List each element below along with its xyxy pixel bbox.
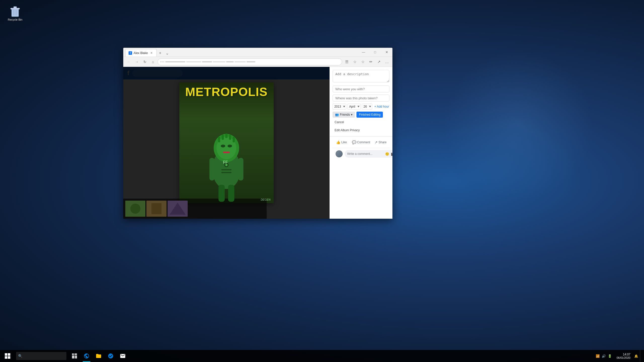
comment-button[interactable]: 💬 Comment bbox=[350, 139, 372, 146]
svg-rect-2 bbox=[14, 7, 17, 8]
file-explorer-icon bbox=[96, 353, 102, 359]
back-button[interactable]: ← bbox=[125, 58, 132, 65]
share-button[interactable]: ↗ Share bbox=[372, 139, 390, 146]
windows-logo-icon bbox=[5, 353, 11, 359]
address-bar[interactable] bbox=[157, 58, 342, 65]
tab-dropdown-button[interactable]: ⌄ bbox=[164, 50, 171, 57]
gif-button[interactable]: 🎬 bbox=[390, 152, 392, 156]
svg-rect-17 bbox=[233, 137, 235, 143]
poster-title-area: METROPOLIS bbox=[185, 86, 267, 97]
maximize-button[interactable]: □ bbox=[369, 48, 381, 57]
svg-point-10 bbox=[221, 145, 225, 147]
overlay-close-button[interactable]: ✕ bbox=[382, 69, 390, 76]
tab-title: Alex Blake bbox=[134, 51, 148, 55]
svg-rect-37 bbox=[72, 353, 74, 355]
comment-icon: 💬 bbox=[352, 140, 356, 144]
taskbar-file-explorer[interactable] bbox=[93, 350, 105, 362]
taskbar-clock[interactable]: 14:07 06/01/2020 bbox=[615, 353, 632, 359]
notes-button[interactable]: ✏ bbox=[367, 58, 374, 65]
svg-rect-25 bbox=[221, 172, 232, 173]
forward-button[interactable]: → bbox=[133, 58, 140, 65]
svg-rect-20 bbox=[219, 185, 225, 202]
reactions-area: 👍 Like 💬 Comment ↗ Share bbox=[330, 137, 392, 162]
user-avatar bbox=[336, 150, 343, 157]
close-button[interactable]: ✕ bbox=[381, 48, 392, 57]
desktop: Recycle Bin f Alex Blake ✕ + ⌄ — bbox=[0, 0, 644, 362]
svg-rect-34 bbox=[8, 353, 10, 356]
month-select[interactable]: April bbox=[347, 104, 361, 110]
svg-rect-21 bbox=[228, 185, 234, 202]
taskbar-mail[interactable] bbox=[117, 350, 129, 362]
svg-rect-19 bbox=[238, 158, 243, 180]
svg-rect-33 bbox=[5, 353, 7, 356]
hub-button[interactable]: ☆ bbox=[359, 58, 366, 65]
address-content bbox=[160, 61, 255, 62]
privacy-friends-button[interactable]: 👥 Friends ▾ bbox=[333, 112, 355, 118]
svg-rect-18 bbox=[210, 158, 215, 180]
edge-browser-icon bbox=[84, 353, 90, 359]
add-hour-link[interactable]: + Add hour bbox=[374, 105, 389, 108]
svg-text:FF: FF bbox=[223, 160, 228, 164]
who-field[interactable] bbox=[333, 85, 389, 93]
taskbar-search[interactable]: 🔍 bbox=[16, 352, 66, 360]
emoji-button[interactable]: 🙂 bbox=[385, 152, 389, 156]
recycle-bin-icon[interactable]: Recycle Bin bbox=[5, 5, 25, 21]
poster-robot-figure: FF bbox=[196, 113, 257, 203]
svg-rect-24 bbox=[221, 169, 232, 170]
thumbnail-2[interactable] bbox=[146, 201, 167, 217]
reading-view-button[interactable]: ☰ bbox=[343, 58, 350, 65]
browser-window: f Alex Blake ✕ + ⌄ — □ ✕ bbox=[123, 48, 392, 219]
svg-rect-1 bbox=[11, 8, 20, 9]
friends-dropdown-arrow: ▾ bbox=[351, 113, 352, 116]
avatar-image bbox=[336, 150, 343, 157]
mail-icon bbox=[120, 353, 126, 359]
title-bar: f Alex Blake ✕ + ⌄ — □ ✕ bbox=[123, 48, 392, 57]
minimize-button[interactable]: — bbox=[358, 48, 369, 57]
like-button[interactable]: 👍 Like bbox=[333, 139, 350, 146]
comment-icons: 🙂 🎬 😄 📎 bbox=[385, 152, 392, 156]
edit-album-privacy-button[interactable]: Edit Album Privacy bbox=[333, 127, 362, 133]
taskbar-task-view[interactable] bbox=[68, 350, 80, 362]
network-icon[interactable]: 📶 bbox=[595, 354, 600, 358]
share-button[interactable]: ↗ bbox=[375, 58, 382, 65]
edit-form: 2013 April 26 + Add hour bbox=[330, 67, 392, 137]
description-field[interactable] bbox=[333, 70, 389, 82]
like-icon: 👍 bbox=[336, 140, 340, 144]
svg-rect-15 bbox=[225, 133, 228, 138]
address-dots bbox=[160, 61, 164, 62]
favorites-button[interactable]: ☆ bbox=[351, 58, 358, 65]
svg-rect-12 bbox=[223, 152, 230, 153]
taskbar-edge[interactable] bbox=[80, 350, 93, 362]
notifications-icon[interactable]: 🔔 bbox=[633, 354, 639, 358]
more-button[interactable]: … bbox=[383, 58, 390, 65]
home-button[interactable]: ⌂ bbox=[149, 58, 156, 65]
taskbar-store[interactable] bbox=[105, 350, 117, 362]
thumbnail-1[interactable] bbox=[125, 201, 145, 217]
taskbar-right: 📶 🔊 🔋 14:07 06/01/2020 🔔 bbox=[594, 350, 644, 362]
task-view-icon bbox=[71, 353, 77, 359]
tab-bar: f Alex Blake ✕ + ⌄ bbox=[125, 48, 358, 57]
start-button[interactable] bbox=[0, 350, 15, 362]
tab-close-button[interactable]: ✕ bbox=[149, 51, 153, 55]
comment-input[interactable] bbox=[347, 152, 385, 156]
svg-rect-13 bbox=[218, 137, 220, 143]
show-desktop-button[interactable] bbox=[640, 350, 642, 362]
url-obscured bbox=[165, 61, 255, 62]
refresh-button[interactable]: ↻ bbox=[141, 58, 148, 65]
desktop-wallpaper-effect bbox=[443, 50, 594, 201]
share-icon: ↗ bbox=[375, 140, 378, 144]
notification-area: 📶 🔊 🔋 bbox=[594, 354, 614, 358]
new-tab-button[interactable]: + bbox=[157, 50, 164, 57]
browser-tab-active[interactable]: f Alex Blake ✕ bbox=[125, 49, 157, 57]
finished-editing-button[interactable]: Finished Editing bbox=[356, 112, 383, 118]
thumbnail-3[interactable] bbox=[168, 201, 188, 217]
taskbar: 🔍 bbox=[0, 350, 644, 362]
year-select[interactable]: 2013 bbox=[333, 104, 346, 110]
battery-icon[interactable]: 🔋 bbox=[607, 354, 613, 358]
where-field[interactable] bbox=[333, 95, 389, 102]
search-icon: 🔍 bbox=[18, 354, 22, 358]
cancel-button[interactable]: Cancel bbox=[333, 119, 346, 125]
svg-rect-40 bbox=[75, 355, 77, 358]
day-select[interactable]: 26 bbox=[362, 104, 372, 110]
volume-icon[interactable]: 🔊 bbox=[601, 354, 607, 358]
